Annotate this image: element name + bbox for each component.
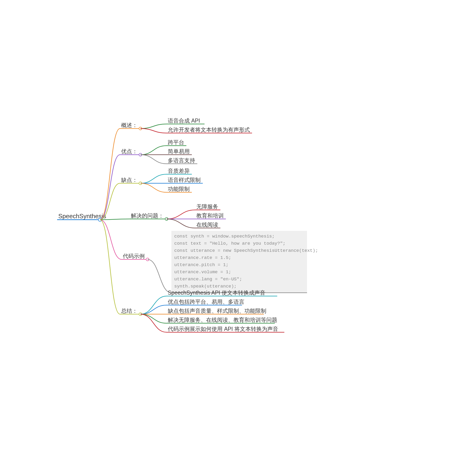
leaf-label: 语音合成 API xyxy=(168,118,200,124)
code-line: const synth = window.speechSynthesis; xyxy=(174,234,275,239)
branch-label: 缺点： xyxy=(121,177,137,183)
leaf-label: 代码示例展示如何使用 API 将文本转换为声音 xyxy=(168,326,278,332)
leaf-label: 语音样式限制 xyxy=(168,177,201,183)
leaf-label: 缺点包括声音质量、样式限制、功能限制 xyxy=(168,308,266,314)
code-line: utterance.rate = 1.5; xyxy=(174,255,231,260)
branch-label: 代码示例 xyxy=(122,253,145,259)
branch-label: 总结： xyxy=(121,308,137,314)
branch-label: 概述： xyxy=(121,122,137,128)
leaf-label: SpeechSynthesis API 使文本转换成声音 xyxy=(168,290,265,296)
code-line: synth.speak(utterance); xyxy=(174,284,237,289)
leaf-label: 在线阅读 xyxy=(196,221,218,228)
leaf-label: 跨平台 xyxy=(168,139,184,145)
branch-label: 优点： xyxy=(121,148,137,154)
leaf-label: 功能限制 xyxy=(168,186,190,192)
code-line: utterance.lang = "en-US"; xyxy=(174,276,242,282)
mindmap-diagram: SpeechSynthesis概述：语音合成 API允许开发者将文本转换为有声形… xyxy=(0,0,476,476)
code-line: utterance.volume = 1; xyxy=(174,270,231,275)
leaf-label: 教育和培训 xyxy=(196,213,224,219)
leaf-label: 音质差异 xyxy=(168,168,190,174)
branch-label: 解决的问题： xyxy=(131,213,164,219)
code-line: const text = "Hello, how are you today?"… xyxy=(174,241,285,246)
code-line: const utterance = new SpeechSynthesisUtt… xyxy=(174,248,318,253)
leaf-label: 无障服务 xyxy=(196,204,218,210)
leaf-label: 允许开发者将文本转换为有声形式 xyxy=(168,127,250,133)
leaf-label: 解决无障服务、在线阅读、教育和培训等问题 xyxy=(168,317,277,323)
code-line: utterance.pitch = 1; xyxy=(174,262,228,268)
leaf-label: 简单易用 xyxy=(168,148,190,154)
code-block xyxy=(171,231,307,293)
leaf-label: 多语言支持 xyxy=(168,157,195,164)
leaf-label: 优点包括跨平台、易用、多语言 xyxy=(168,299,244,305)
